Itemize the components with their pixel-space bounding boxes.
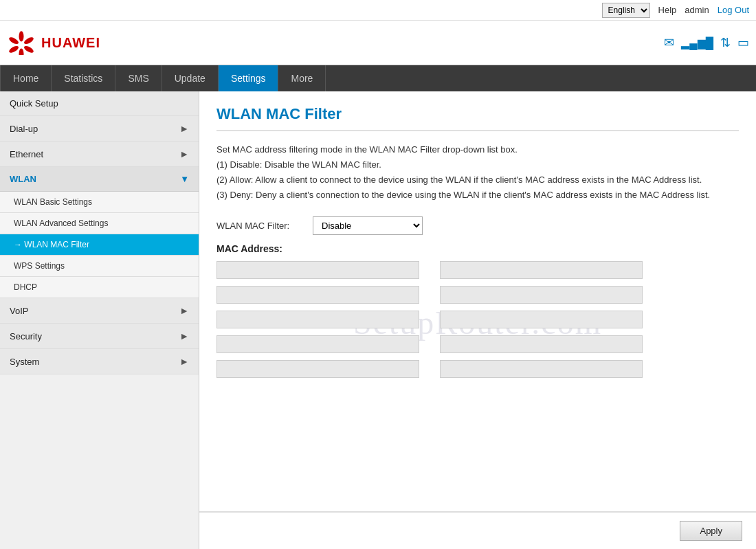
page-title: WLAN MAC Filter: [216, 105, 739, 131]
mac-input-3b[interactable]: [440, 311, 643, 328]
huawei-logo-icon: [7, 30, 36, 55]
brand-name: HUAWEI: [41, 35, 100, 51]
mac-input-1b[interactable]: [440, 261, 643, 279]
mac-input-5b[interactable]: [440, 360, 643, 378]
content-area: WLAN MAC Filter Set MAC address filterin…: [199, 91, 756, 511]
logout-link[interactable]: Log Out: [718, 5, 749, 15]
help-link[interactable]: Help: [658, 5, 677, 15]
sidebar-item-system[interactable]: System ►: [0, 349, 199, 374]
ethernet-arrow-icon: ►: [179, 148, 189, 159]
svg-point-0: [19, 31, 24, 41]
svg-point-5: [8, 36, 20, 45]
mac-address-grid: [216, 261, 643, 378]
voip-arrow-icon: ►: [179, 305, 189, 316]
header-icons: ✉ ▂▄▆█ ⇅ ▭: [664, 35, 749, 50]
sidebar-label-dialup: Dial-up: [10, 124, 38, 134]
sidebar-item-wlan-advanced[interactable]: WLAN Advanced Settings: [0, 213, 199, 234]
sidebar-label-system: System: [10, 357, 39, 367]
svg-point-2: [23, 45, 34, 54]
description-block: Set MAC address filtering mode in the WL…: [216, 142, 739, 203]
nav-item-update[interactable]: Update: [162, 65, 219, 91]
sidebar-item-voip[interactable]: VoIP ►: [0, 298, 199, 324]
nav-bar: Home Statistics SMS Update Settings More: [0, 65, 756, 91]
sidebar-item-wlan-mac-filter[interactable]: WLAN MAC Filter: [0, 234, 199, 256]
sidebar-label-ethernet: Ethernet: [10, 149, 43, 159]
main-layout: Quick Setup Dial-up ► Ethernet ► WLAN ▼ …: [0, 91, 756, 549]
wlan-submenu: WLAN Basic Settings WLAN Advanced Settin…: [0, 192, 199, 298]
desc3: (2) Allow: Allow a client to connect to …: [216, 172, 739, 188]
sidebar-item-wps-settings[interactable]: WPS Settings: [0, 256, 199, 277]
svg-point-4: [8, 45, 20, 54]
top-bar: English Help admin Log Out: [0, 0, 756, 21]
header-section: HUAWEI ✉ ▂▄▆█ ⇅ ▭: [0, 21, 756, 65]
mac-input-1a[interactable]: [216, 261, 419, 279]
sidebar-item-dhcp[interactable]: DHCP: [0, 277, 199, 298]
sidebar-item-wlan[interactable]: WLAN ▼: [0, 167, 199, 192]
sidebar-label-wlan: WLAN: [10, 174, 36, 184]
sidebar-label-voip: VoIP: [10, 306, 28, 316]
svg-point-1: [23, 36, 34, 45]
network-icon: ⇅: [720, 35, 731, 50]
language-select[interactable]: English: [602, 3, 650, 18]
sidebar-item-security[interactable]: Security ►: [0, 324, 199, 349]
dialup-arrow-icon: ►: [179, 123, 189, 134]
mac-address-title: MAC Address:: [216, 243, 739, 254]
mail-icon[interactable]: ✉: [664, 35, 674, 50]
sidebar-label-quick-setup: Quick Setup: [10, 98, 58, 109]
wlan-mac-filter-select[interactable]: Disable Allow Deny: [313, 216, 423, 235]
signal-icon: ▂▄▆█: [681, 36, 713, 49]
admin-label: admin: [685, 5, 709, 15]
mac-input-5a[interactable]: [216, 360, 419, 378]
nav-item-sms[interactable]: SMS: [115, 65, 162, 91]
sidebar-item-wlan-basic[interactable]: WLAN Basic Settings: [0, 192, 199, 213]
mac-input-3a[interactable]: [216, 311, 419, 328]
mac-input-2b[interactable]: [440, 286, 643, 304]
sidebar-item-dialup[interactable]: Dial-up ►: [0, 116, 199, 142]
security-arrow-icon: ►: [179, 330, 189, 341]
filter-label: WLAN MAC Filter:: [216, 221, 313, 231]
nav-item-more[interactable]: More: [278, 65, 326, 91]
nav-item-statistics[interactable]: Statistics: [52, 65, 115, 91]
sidebar-label-security: Security: [10, 331, 42, 341]
logo-area: HUAWEI: [7, 30, 100, 55]
top-right-controls: English Help admin Log Out: [602, 3, 749, 18]
monitor-icon: ▭: [737, 35, 749, 50]
svg-point-3: [19, 48, 24, 55]
wlan-arrow-icon: ▼: [180, 174, 189, 184]
sidebar-item-quick-setup[interactable]: Quick Setup: [0, 91, 199, 116]
bottom-bar: Apply: [199, 511, 756, 549]
desc1: Set MAC address filtering mode in the WL…: [216, 142, 739, 157]
mac-input-2a[interactable]: [216, 286, 419, 304]
nav-item-home[interactable]: Home: [0, 65, 52, 91]
sidebar-item-ethernet[interactable]: Ethernet ►: [0, 142, 199, 167]
apply-button[interactable]: Apply: [680, 521, 742, 541]
mac-input-4b[interactable]: [440, 335, 643, 353]
sidebar: Quick Setup Dial-up ► Ethernet ► WLAN ▼ …: [0, 91, 199, 549]
mac-input-4a[interactable]: [216, 335, 419, 353]
filter-row: WLAN MAC Filter: Disable Allow Deny: [216, 216, 739, 235]
nav-item-settings[interactable]: Settings: [219, 65, 279, 91]
desc4: (3) Deny: Deny a client's connection to …: [216, 188, 739, 203]
desc2: (1) Disable: Disable the WLAN MAC filter…: [216, 157, 739, 172]
system-arrow-icon: ►: [179, 356, 189, 367]
